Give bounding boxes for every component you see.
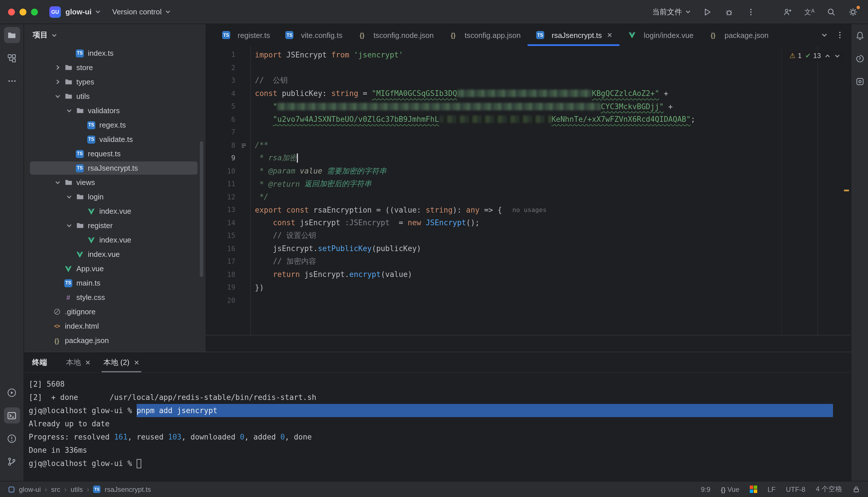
run-config-selector[interactable]: 当前文件: [652, 6, 691, 17]
tree-chevron-expanded-icon[interactable]: [64, 108, 74, 114]
settings-button[interactable]: [846, 5, 860, 19]
terminal-tab-local[interactable]: 本地: [60, 352, 97, 372]
code-text[interactable]: [250, 294, 818, 307]
tree-item-style-css[interactable]: #style.css: [24, 290, 206, 304]
tree-item-index-vue[interactable]: index.vue: [24, 233, 206, 247]
code-text[interactable]: * rsa加密: [250, 152, 818, 165]
breadcrumb-project[interactable]: glow-ui: [19, 485, 41, 493]
line-number[interactable]: 18: [206, 268, 250, 281]
editor-tab-tsconfig-app-json[interactable]: {}tsconfig.app.json: [441, 24, 528, 46]
next-problem-icon[interactable]: [834, 53, 840, 59]
notifications-button[interactable]: [852, 28, 868, 44]
editor-tab-package-json[interactable]: {}package.json: [701, 24, 775, 46]
search-everywhere-button[interactable]: [824, 5, 838, 19]
ui-inspector-button[interactable]: [852, 73, 868, 90]
editor-code[interactable]: 1import JSEncrypt from 'jsencrypt'23// 公…: [206, 46, 818, 335]
tree-item-utils[interactable]: utils: [24, 89, 206, 103]
caret-position-widget[interactable]: 9:9: [701, 485, 710, 493]
breadcrumb-file[interactable]: rsaJsencrypt.ts: [105, 485, 151, 493]
tree-chevron-collapsed-icon[interactable]: [53, 79, 62, 85]
run-button[interactable]: [701, 5, 714, 19]
tree-item-login[interactable]: login: [24, 189, 206, 204]
version-control-tool-button[interactable]: [4, 453, 20, 469]
tree-chevron-collapsed-icon[interactable]: [53, 65, 62, 71]
project-panel-header[interactable]: 项目: [24, 24, 206, 46]
render-doc-comment-icon[interactable]: [240, 142, 247, 148]
code-text[interactable]: */: [250, 190, 818, 203]
minimize-window-button[interactable]: [19, 8, 26, 15]
line-number[interactable]: 8: [206, 139, 250, 152]
tree-item-validators[interactable]: validators: [24, 103, 206, 118]
tree-scrollbar[interactable]: [200, 141, 203, 277]
tree-item-validate-ts[interactable]: TSvalidate.ts: [24, 132, 206, 146]
terminal-tool-button[interactable]: [4, 407, 20, 424]
more-tool-windows-button[interactable]: [4, 73, 20, 89]
editor-tab-register-ts[interactable]: TSregister.ts: [214, 24, 277, 46]
tree-item-register[interactable]: register: [24, 218, 206, 233]
tree-item-main-ts[interactable]: TSmain.ts: [24, 276, 206, 290]
vcs-widget[interactable]: Version control: [112, 8, 171, 16]
inspections-widget[interactable]: ⚠ 1 ✔ 13: [786, 51, 844, 61]
tab-options-button[interactable]: [836, 31, 844, 39]
line-number[interactable]: 7: [206, 126, 250, 139]
line-number[interactable]: 19: [206, 281, 250, 294]
code-text[interactable]: [250, 61, 818, 74]
tree-item-regex-ts[interactable]: TSregex.ts: [24, 118, 206, 132]
code-text[interactable]: [250, 126, 818, 139]
code-text[interactable]: // 公钥: [250, 74, 818, 87]
editor-tab-vite-config-ts[interactable]: TSvite.config.ts: [277, 24, 350, 46]
code-text[interactable]: import JSEncrypt from 'jsencrypt': [250, 48, 818, 61]
code-text[interactable]: }): [250, 281, 818, 294]
hidden-tabs-button[interactable]: [821, 32, 828, 39]
code-text[interactable]: export const rsaEncryption = ((value: st…: [250, 203, 818, 216]
terminal-output[interactable]: [2] 5608[2] + done /usr/local/app/redis-…: [24, 373, 851, 481]
line-number[interactable]: 1: [206, 48, 250, 61]
line-number[interactable]: 20: [206, 294, 250, 307]
line-ending-widget[interactable]: LF: [767, 485, 776, 493]
encoding-widget[interactable]: UTF-8: [786, 485, 806, 493]
project-widget[interactable]: glow-ui: [65, 8, 101, 16]
code-text[interactable]: "u2vo7w4AJSXNTbeUO/v0ZlGc37bB9JmhmFhLKeN…: [250, 113, 818, 126]
code-with-me-button[interactable]: [781, 5, 795, 19]
run-tool-button[interactable]: [4, 384, 20, 400]
more-actions-button[interactable]: [744, 5, 758, 19]
tree-item-index-html[interactable]: <>index.html: [24, 319, 206, 333]
tree-item-index-vue[interactable]: index.vue: [24, 204, 206, 218]
terminal-tab-close-icon[interactable]: [133, 359, 139, 365]
line-number[interactable]: 5: [206, 100, 250, 113]
tree-item-store[interactable]: store: [24, 60, 206, 75]
tree-item-views[interactable]: views: [24, 175, 206, 189]
line-number[interactable]: 11: [206, 178, 250, 190]
structure-tool-button[interactable]: [4, 50, 20, 66]
indent-widget[interactable]: 4 个空格: [816, 484, 842, 494]
tree-item-index-vue[interactable]: index.vue: [24, 247, 206, 261]
code-text[interactable]: jsEncrypt.setPublicKey(publicKey): [250, 242, 818, 255]
tree-chevron-expanded-icon[interactable]: [64, 194, 74, 200]
line-number[interactable]: 9: [206, 152, 250, 165]
vue-framework-widget[interactable]: {} Vue: [721, 485, 739, 493]
tree-chevron-expanded-icon[interactable]: [64, 222, 74, 229]
editor-tab-rsajsencrypt-ts[interactable]: TSrsaJsencrypt.ts: [528, 24, 620, 46]
code-text[interactable]: /**: [250, 139, 818, 152]
line-number[interactable]: 16: [206, 242, 250, 255]
stripe-warning-mark[interactable]: [844, 189, 849, 191]
breadcrumb-utils[interactable]: utils: [71, 485, 83, 493]
code-text[interactable]: // 加密内容: [250, 255, 818, 268]
tab-close-icon[interactable]: [607, 32, 613, 38]
tree-chevron-expanded-icon[interactable]: [53, 93, 62, 99]
code-text[interactable]: // 设置公钥: [250, 229, 818, 242]
editor-tab-tsconfig-node-json[interactable]: {}tsconfig.node.json: [349, 24, 441, 46]
tree-item-rsajsencrypt-ts[interactable]: TSrsaJsencrypt.ts: [24, 161, 206, 175]
line-number[interactable]: 3: [206, 74, 250, 87]
tree-item-request-ts[interactable]: TSrequest.ts: [24, 146, 206, 161]
line-number[interactable]: 10: [206, 165, 250, 178]
line-number[interactable]: 6: [206, 113, 250, 126]
close-window-button[interactable]: [8, 8, 15, 15]
problems-tool-button[interactable]: [4, 430, 20, 446]
line-number[interactable]: 2: [206, 61, 250, 74]
terminal-tab-close-icon[interactable]: [85, 359, 91, 365]
line-number[interactable]: 14: [206, 216, 250, 229]
debug-button[interactable]: [722, 5, 736, 19]
ai-assistant-button[interactable]: [852, 51, 868, 67]
prev-problem-icon[interactable]: [824, 53, 831, 59]
